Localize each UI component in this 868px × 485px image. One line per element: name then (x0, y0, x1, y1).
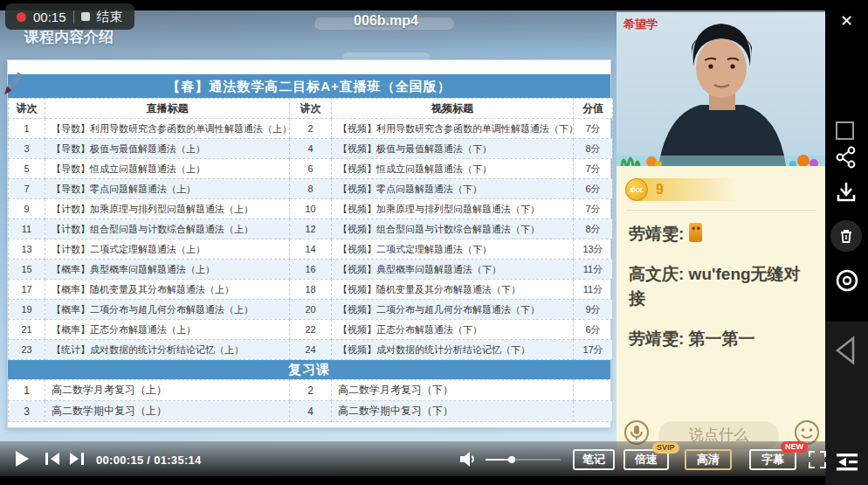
table-row: 19【概率】二项分布与超几何分布解题通法（上）20【视频】二项分布与超几何分布解… (9, 300, 613, 320)
table-cell: 11分 (574, 280, 613, 300)
table-row: 23【统计】成对数据的统计分析结论记忆（上）24【视频】成对数据的统计分析结论记… (9, 340, 613, 360)
table-cell: 8分 (574, 219, 613, 239)
chat-message: 高文庆: wu'feng无缝对接 (629, 262, 814, 312)
table-cell: 高二数学期中复习（上） (45, 401, 290, 422)
table-cell: 10 (290, 199, 332, 219)
review-section-title: 复习课 (8, 360, 610, 379)
table-cell: 19 (9, 300, 45, 320)
table-row: 3高二数学期中复习（上）4高二数学期中复习（下） (9, 401, 613, 422)
table-cell: 【视频】成对数据的统计分析结论记忆（下） (332, 340, 574, 360)
playlist-toggle-icon[interactable] (834, 452, 860, 476)
table-cell: 14 (290, 239, 332, 260)
play-button[interactable] (16, 451, 29, 467)
table-cell: 2 (290, 119, 332, 139)
table-cell: 4 (290, 139, 332, 159)
table-cell: 18 (290, 280, 332, 300)
download-icon[interactable] (834, 180, 858, 208)
table-cell: 【视频】恒成立问题解题通法（下） (332, 159, 574, 179)
table-cell: 1 (9, 119, 45, 139)
table-cell: 7分 (574, 119, 613, 139)
table-cell: 【视频】二项式定理解题通法（下） (332, 239, 574, 260)
back-icon[interactable] (832, 335, 860, 370)
chat-sticker-icon (689, 223, 702, 242)
col-header: 讲次 (290, 99, 332, 119)
divider (625, 210, 816, 211)
share-icon[interactable] (834, 145, 858, 173)
table-cell: 【概率】随机变量及其分布解题通法（上） (45, 280, 290, 300)
fullscreen-icon[interactable] (809, 451, 826, 468)
table-cell: 【统计】成对数据的统计分析结论记忆（上） (45, 340, 290, 360)
volume-icon[interactable] (460, 452, 478, 470)
table-cell: 17分 (574, 340, 613, 360)
table-cell: 7 (9, 179, 45, 199)
trash-icon[interactable] (830, 220, 862, 252)
table-cell: 6 (290, 159, 332, 179)
table-cell: 【导数】零点问题解题通法（上） (45, 179, 290, 199)
table-cell: 高二数学月考复习（上） (45, 380, 290, 401)
table-cell: 高二数学期中复习（下） (332, 401, 574, 422)
table-row: 15【概率】典型概率问题解题通法（上）16【视频】典型概率问题解题通法（下）11… (9, 260, 613, 280)
volume-knob[interactable] (508, 456, 515, 463)
table-cell: 【视频】零点问题解题通法（下） (332, 179, 574, 199)
col-header: 分值 (574, 99, 613, 119)
table-cell: 13分 (574, 239, 613, 260)
idol-count: 9 (656, 182, 664, 197)
course-table-title: 【春】通法数学高二目标A+直播班（全国版） (8, 74, 610, 98)
close-button[interactable]: ✕ (840, 11, 853, 31)
table-cell: 9分 (574, 300, 613, 320)
table-cell: 12 (290, 219, 332, 239)
teacher-webcam: 希望学 (617, 12, 825, 166)
stop-recording-button[interactable]: 结束 (97, 9, 123, 25)
table-row: 7【导数】零点问题解题通法（上）8【视频】零点问题解题通法（下）6分 (9, 179, 613, 199)
table-cell: 13 (9, 239, 45, 260)
record-dot-icon (17, 12, 26, 22)
table-cell: 8分 (574, 139, 613, 159)
chat-message: 劳靖雯: 第一第一 (629, 327, 814, 352)
table-cell: 【概率】典型概率问题解题通法（上） (45, 260, 290, 280)
col-header: 视频标题 (332, 99, 574, 119)
course-table-card: 【春】通法数学高二目标A+直播班（全国版） 讲次 直播标题 讲次 视频标题 分值… (7, 59, 611, 428)
table-cell: 8 (290, 179, 332, 199)
table-cell: 高二数学月考复习（下） (332, 380, 574, 401)
chat-messages: 劳靖雯: 高文庆: wu'feng无缝对接劳靖雯: 第一第一 (629, 222, 814, 366)
table-cell: 23 (9, 340, 45, 360)
col-header: 直播标题 (45, 99, 290, 119)
record-screen-icon[interactable] (834, 267, 860, 297)
table-cell (574, 380, 613, 401)
table-cell: 【计数】二项式定理解题通法（上） (45, 239, 290, 260)
chat-message: 劳靖雯: (629, 222, 814, 247)
table-cell: 6分 (574, 320, 613, 340)
previous-button[interactable] (45, 453, 66, 465)
table-cell: 【视频】二项分布与超几何分布解题通法（下） (332, 300, 574, 320)
table-cell: 20 (290, 300, 332, 320)
table-row: 1高二数学月考复习（上）2高二数学月考复习（下） (9, 380, 613, 401)
window-mode-icon[interactable] (836, 121, 854, 140)
review-table: 1高二数学月考复习（上）2高二数学月考复习（下）3高二数学期中复习（上）4高二数… (8, 379, 613, 422)
volume-slider[interactable] (486, 459, 561, 461)
table-cell: 【导数】极值与最值解题通法（上） (45, 139, 290, 159)
table-cell: 【视频】组合型问题与计数综合解题通法（下） (332, 219, 574, 239)
quality-button[interactable]: 高清 (685, 449, 732, 470)
table-cell: 24 (290, 340, 332, 360)
stop-icon[interactable] (81, 12, 90, 21)
table-cell: 7分 (574, 199, 613, 219)
table-cell: 22 (290, 320, 332, 340)
table-cell: 【视频】利用导数研究含参函数的单调性解题通法（下） (332, 119, 574, 139)
table-cell: 【概率】二项分布与超几何分布解题通法（上） (45, 300, 290, 320)
table-row: 21【概率】正态分布解题通法（上）22【视频】正态分布解题通法（下）6分 (9, 320, 613, 340)
idol-coin-icon: IDOL (625, 178, 648, 201)
next-button[interactable] (70, 453, 91, 465)
table-cell: 1 (9, 380, 45, 401)
table-cell: 15 (9, 260, 45, 280)
notes-button[interactable]: 笔记 (573, 449, 615, 470)
table-row: 17【概率】随机变量及其分布解题通法（上）18【视频】随机变量及其分布解题通法（… (9, 280, 613, 300)
table-cell: 7分 (574, 159, 613, 179)
course-table-body: 1【导数】利用导数研究含参函数的单调性解题通法（上）2【视频】利用导数研究含参函… (9, 119, 613, 360)
aquarium-decoration (617, 143, 825, 166)
svip-badge: SVIP (652, 442, 679, 454)
table-cell: 【视频】加乘原理与排列型问题解题通法（下） (332, 199, 574, 219)
recording-indicator: 00:15 结束 (5, 3, 134, 30)
table-cell: 11 (9, 219, 45, 239)
table-header-row: 讲次 直播标题 讲次 视频标题 分值 (9, 99, 613, 119)
table-row: 3【导数】极值与最值解题通法（上）4【视频】极值与最值解题通法（下）8分 (9, 139, 613, 159)
